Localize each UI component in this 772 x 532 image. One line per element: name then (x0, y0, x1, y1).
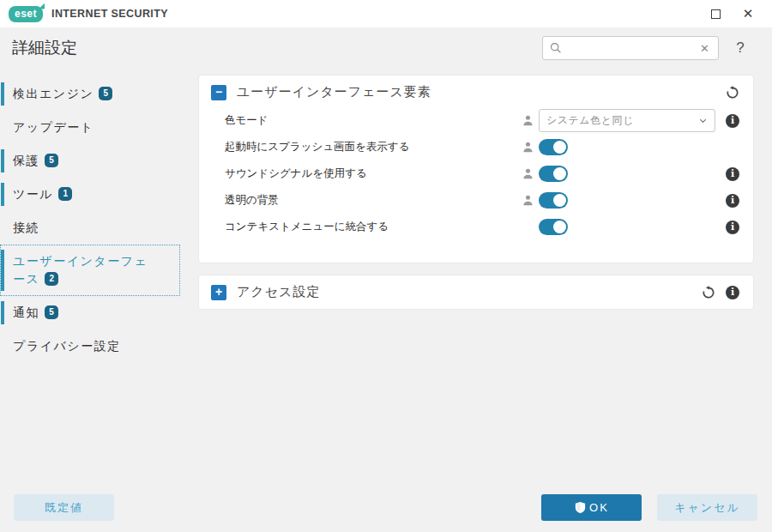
admin-user-icon (522, 141, 534, 154)
sidebar-item-label: 接続 (13, 221, 39, 234)
section-header-icons: i (702, 286, 739, 299)
sidebar-item-privacy-settings[interactable]: プライバシー設定 (0, 329, 180, 363)
admin-slot (520, 114, 535, 127)
sidebar-item-label: ユーザーインターフェース (13, 254, 148, 286)
control-slot (539, 219, 715, 235)
info-icon[interactable]: i (726, 194, 739, 208)
close-button[interactable]: ✕ (738, 3, 758, 24)
page-header: 詳細設定 ✕ ? (0, 27, 772, 69)
toggle-knob (553, 141, 566, 154)
window-controls: ✕ (705, 3, 772, 24)
dropdown-selected-value: システム色と同じ (546, 113, 698, 128)
uac-shield-icon (574, 501, 587, 514)
control-slot: システム色と同じ (539, 109, 715, 132)
default-button[interactable]: 既定値 (14, 494, 114, 521)
section-title: ユーザーインターフェース要素 (237, 84, 431, 100)
sidebar-item-user-interface[interactable]: ユーザーインターフェース2 (0, 245, 180, 296)
sidebar-item-protection[interactable]: 保護5 (0, 144, 180, 178)
modified-indicator-bar (1, 183, 4, 206)
sidebar-item-connectivity[interactable]: 接続 (0, 211, 180, 245)
settings-content: − ユーザーインターフェース要素 色モード (199, 69, 772, 322)
revert-to-default-button[interactable] (726, 86, 739, 100)
transparent-background-toggle-on[interactable] (539, 192, 568, 209)
sidebar-item-label: 保護 (13, 154, 39, 167)
expand-icon[interactable]: + (211, 285, 226, 300)
eset-logo: eset (9, 6, 43, 22)
setting-row-transparent-background: 透明の背景 i (199, 187, 753, 214)
collapse-icon[interactable]: − (211, 85, 226, 100)
status-badge: 5 (45, 305, 58, 319)
section-ui-elements-header: − ユーザーインターフェース要素 (199, 76, 753, 107)
toggle-knob (553, 221, 566, 233)
splash-screen-toggle-on[interactable] (539, 139, 568, 155)
revert-icon (726, 86, 739, 100)
section-title: アクセス設定 (237, 284, 320, 300)
admin-slot (520, 141, 535, 154)
search-icon (550, 42, 562, 54)
cancel-button[interactable]: キャンセル (657, 494, 757, 521)
search-clear-icon[interactable]: ✕ (698, 42, 711, 55)
help-icon[interactable]: ? (733, 39, 748, 57)
sidebar: 検出エンジン5 アップデート 保護5 ツール1 接続 ユーザーインターフェース2 (0, 69, 199, 363)
search-input[interactable] (567, 42, 698, 54)
section-ui-rows: 色モード システム色と同じ (199, 107, 753, 263)
control-slot (539, 139, 715, 155)
toggle-knob (553, 167, 566, 180)
info-slot: i (726, 221, 739, 234)
modified-indicator-bar (1, 82, 4, 106)
info-slot: i (726, 167, 739, 181)
chevron-down-icon (698, 116, 708, 125)
revert-to-default-button[interactable] (702, 286, 715, 299)
sidebar-item-notifications[interactable]: 通知5 (0, 296, 180, 329)
sound-signal-toggle-on[interactable] (539, 166, 568, 182)
ok-button[interactable]: OK (541, 494, 642, 521)
info-icon[interactable]: i (726, 286, 739, 299)
toggle-knob (553, 194, 566, 207)
setting-label: 起動時にスプラッシュ画面を表示する (225, 140, 520, 154)
sidebar-item-label: 検出エンジン (13, 87, 93, 100)
header-right: ✕ ? (542, 36, 748, 60)
revert-icon (702, 286, 715, 299)
app-name: INTERNET SECURITY (51, 8, 168, 20)
setting-row-splash-screen: 起動時にスプラッシュ画面を表示する (199, 134, 753, 160)
section-access-setup: + アクセス設定 i (199, 275, 753, 309)
info-icon[interactable]: i (726, 114, 739, 128)
setting-label: 色モード (225, 113, 520, 128)
sidebar-item-tools[interactable]: ツール1 (0, 178, 180, 211)
sidebar-item-detection-engine[interactable]: 検出エンジン5 (0, 77, 180, 111)
section-header-icons (726, 86, 739, 100)
setting-row-context-menu: コンテキストメニューに統合する i (199, 214, 753, 240)
status-badge: 1 (58, 187, 72, 201)
status-badge: 5 (45, 154, 58, 167)
admin-slot (520, 167, 535, 180)
search-box[interactable]: ✕ (542, 36, 719, 60)
admin-user-icon (522, 167, 534, 180)
section-ui-elements: − ユーザーインターフェース要素 色モード (199, 76, 753, 263)
sidebar-item-label: ツール (13, 187, 53, 201)
section-access-setup-header: + アクセス設定 i (199, 275, 753, 309)
status-badge: 2 (45, 272, 58, 286)
admin-slot (520, 194, 535, 207)
info-slot: i (726, 114, 739, 128)
sidebar-item-label: プライバシー設定 (13, 339, 121, 353)
main-area: 検出エンジン5 アップデート 保護5 ツール1 接続 ユーザーインターフェース2 (0, 69, 772, 363)
context-menu-toggle-on[interactable] (539, 219, 568, 235)
control-slot (539, 166, 715, 182)
setting-label: 透明の背景 (225, 193, 520, 208)
control-slot (539, 192, 715, 209)
sidebar-item-label: 通知 (13, 305, 39, 319)
info-slot: i (726, 194, 739, 208)
status-badge: 5 (99, 87, 112, 100)
setting-label: コンテキストメニューに統合する (225, 220, 520, 234)
admin-user-icon (522, 194, 534, 207)
info-icon[interactable]: i (726, 221, 739, 234)
sidebar-item-update[interactable]: アップデート (0, 111, 180, 144)
modified-indicator-bar (1, 301, 4, 324)
maximize-button[interactable] (705, 3, 726, 24)
admin-user-icon (522, 114, 534, 127)
setting-row-sound-signal: サウンドシグナルを使用する i (199, 160, 753, 187)
titlebar: eset INTERNET SECURITY ✕ (0, 0, 772, 27)
color-mode-dropdown[interactable]: システム色と同じ (539, 109, 715, 132)
sidebar-item-label: アップデート (13, 120, 94, 134)
info-icon[interactable]: i (726, 167, 739, 181)
